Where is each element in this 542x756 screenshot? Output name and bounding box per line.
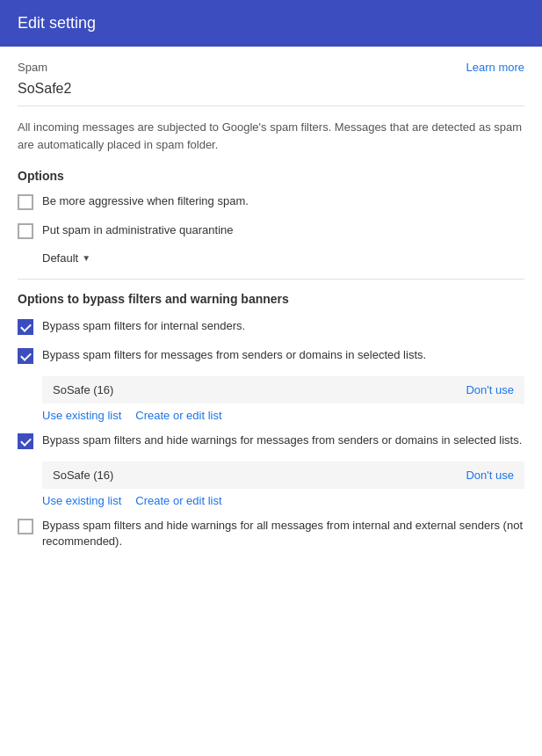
bypass-option-senders: Bypass spam filters for messages from se… (18, 347, 524, 364)
bypass-internal-label: Bypass spam filters for internal senders… (42, 318, 524, 334)
description-text: All incoming messages are subjected to G… (18, 119, 524, 153)
chevron-down-icon: ▼ (82, 253, 90, 263)
checkbox-quarantine[interactable] (18, 223, 33, 239)
checkbox-bypass-all[interactable] (18, 519, 33, 534)
bypass-all-label: Bypass spam filters and hide warnings fo… (42, 518, 524, 549)
top-row: Spam Learn more (18, 61, 524, 74)
option-aggressive-label: Be more aggressive when filtering spam. (42, 193, 524, 209)
use-existing-list-link-2[interactable]: Use existing list (42, 494, 121, 507)
list-item-name-1: SoSafe (16) (53, 383, 113, 396)
list-item-row-1: SoSafe (16) Don't use (42, 376, 524, 403)
options-title: Options (18, 169, 524, 183)
use-existing-list-link-1[interactable]: Use existing list (42, 409, 121, 422)
list-actions-2: Use existing list Create or edit list (42, 494, 524, 507)
list-item-name-2: SoSafe (16) (53, 469, 113, 482)
quarantine-dropdown[interactable]: Default ▼ (42, 251, 524, 265)
create-edit-list-link-1[interactable]: Create or edit list (135, 409, 221, 422)
option-quarantine-label: Put spam in administrative quarantine (42, 222, 524, 238)
list-actions-1: Use existing list Create or edit list (42, 409, 524, 422)
dont-use-link-1[interactable]: Don't use (466, 383, 514, 396)
option-aggressive: Be more aggressive when filtering spam. (18, 193, 524, 210)
header: Edit setting (0, 0, 542, 47)
page-title: Edit setting (18, 14, 96, 32)
quarantine-dropdown-row: Default ▼ (42, 251, 524, 265)
list-item-row-2: SoSafe (16) Don't use (42, 462, 524, 489)
checkbox-bypass-senders[interactable] (18, 348, 33, 364)
learn-more-link[interactable]: Learn more (466, 61, 524, 74)
domain-name: SoSafe2 (18, 81, 524, 106)
option-quarantine: Put spam in administrative quarantine (18, 222, 524, 239)
section-divider (18, 279, 524, 280)
bypass-title: Options to bypass filters and warning ba… (18, 292, 524, 306)
dont-use-link-2[interactable]: Don't use (466, 469, 514, 482)
bypass-hide-warnings-label: Bypass spam filters and hide warnings fo… (42, 433, 524, 448)
checkbox-bypass-hide-warnings[interactable] (18, 433, 33, 449)
bypass-option-all: Bypass spam filters and hide warnings fo… (18, 518, 524, 549)
bypass-option-hide-warnings: Bypass spam filters and hide warnings fo… (18, 433, 524, 449)
spam-label: Spam (18, 61, 47, 74)
checkbox-aggressive[interactable] (18, 194, 33, 210)
bypass-option-internal: Bypass spam filters for internal senders… (18, 318, 524, 335)
bypass-senders-label: Bypass spam filters for messages from se… (42, 347, 524, 363)
dropdown-value: Default (42, 251, 78, 265)
content: Spam Learn more SoSafe2 All incoming mes… (0, 47, 542, 576)
checkbox-bypass-internal[interactable] (18, 319, 33, 335)
create-edit-list-link-2[interactable]: Create or edit list (135, 494, 221, 507)
